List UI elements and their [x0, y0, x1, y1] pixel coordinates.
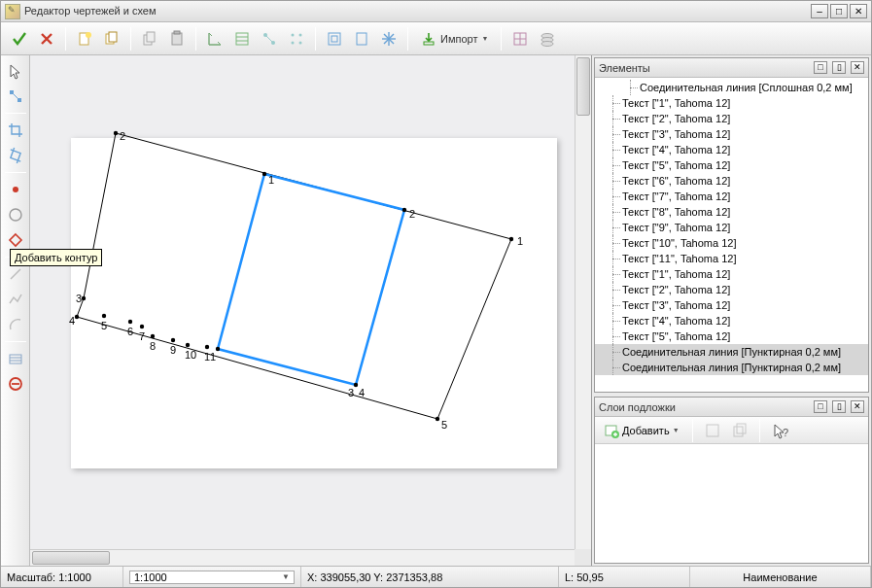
cancel-button[interactable] [34, 26, 59, 52]
tree-item[interactable]: Текст ["5", Tahoma 12] [595, 157, 868, 173]
tree-item-label: Соединительная линия [Пунктирная 0,2 мм] [622, 346, 841, 358]
main-toolbar: Импорт ▼ [1, 22, 871, 55]
svg-point-59 [151, 334, 155, 338]
svg-text:2: 2 [409, 208, 415, 220]
tree-item-label: Соединительная линия [Сплошная 0,2 мм] [640, 82, 853, 93]
layer-edit-button[interactable] [701, 419, 724, 442]
vertical-scrollbar[interactable] [575, 55, 591, 549]
tree-item-label: Текст ["3", Tahoma 12] [622, 128, 730, 140]
svg-rect-7 [174, 31, 180, 34]
tree-item[interactable]: Текст ["10", Tahoma 12] [595, 235, 868, 251]
properties-button[interactable] [229, 26, 255, 52]
tree-item[interactable]: Текст ["4", Tahoma 12] [595, 313, 868, 329]
layer-copy-button[interactable] [728, 419, 751, 442]
tree-item[interactable]: Текст ["2", Tahoma 12] [595, 111, 868, 126]
elements-tree[interactable]: Соединительная линия [Сплошная 0,2 мм]Те… [595, 78, 868, 392]
tree-item-label: Текст ["1", Tahoma 12] [622, 97, 730, 109]
tree-item-label: Текст ["6", Tahoma 12] [622, 175, 730, 187]
svg-rect-20 [357, 33, 366, 45]
snowflake-button[interactable] [376, 26, 401, 52]
window-title: Редактор чертежей и схем [24, 5, 809, 17]
svg-text:5: 5 [441, 419, 447, 431]
scale-select[interactable]: 1:1000 ▼ [129, 571, 295, 584]
panel-close-button[interactable]: ✕ [851, 61, 864, 74]
sb-length: L: 50,95 [559, 567, 690, 587]
arc-tool[interactable] [4, 313, 27, 336]
svg-text:4: 4 [359, 387, 365, 398]
dropdown-arrow-icon: ▼ [282, 572, 290, 581]
minimize-button[interactable]: – [811, 4, 828, 18]
svg-rect-77 [707, 425, 718, 436]
svg-rect-25 [424, 42, 434, 45]
nodes-connect-button[interactable] [257, 26, 282, 52]
new-doc-button[interactable] [72, 26, 97, 52]
drawing-svg: 215435678910111234 [30, 55, 575, 541]
tree-item[interactable]: Текст ["1", Tahoma 12] [595, 266, 868, 282]
node-edit-tool[interactable] [4, 85, 27, 108]
right-panels: Элементы □ ▯ ✕ Соединительная линия [Спл… [591, 55, 871, 566]
tree-item-label: Текст ["4", Tahoma 12] [622, 315, 730, 327]
sb-scale-label: Масштаб: 1:1000 [1, 567, 123, 587]
layer-help-button[interactable]: ? [768, 419, 791, 442]
canvas-area[interactable]: 215435678910111234 [30, 55, 591, 566]
app-icon [5, 4, 20, 19]
transform-button[interactable] [202, 26, 227, 52]
tree-item[interactable]: Соединительная линия [Пунктирная 0,2 мм] [595, 360, 868, 375]
svg-point-61 [171, 338, 175, 342]
layers-button[interactable] [535, 26, 560, 52]
import-label: Импорт [440, 33, 477, 45]
polyline-tool[interactable] [4, 288, 27, 311]
tree-item[interactable]: Текст ["11", Tahoma 12] [595, 251, 868, 266]
rotate-crop-tool[interactable] [4, 144, 27, 167]
svg-point-45 [436, 417, 439, 421]
svg-text:11: 11 [204, 351, 216, 363]
crop-tool[interactable] [4, 119, 27, 142]
tree-item[interactable]: Соединительная линия [Сплошная 0,2 мм] [595, 80, 868, 95]
circle-tool[interactable] [4, 203, 27, 226]
tree-item[interactable]: Текст ["6", Tahoma 12] [595, 173, 868, 189]
tree-item[interactable]: Текст ["3", Tahoma 12] [595, 297, 868, 313]
svg-point-44 [509, 237, 513, 241]
paste-button[interactable] [164, 26, 190, 52]
tree-item[interactable]: Соединительная линия [Пунктирная 0,2 мм] [595, 344, 868, 360]
tree-item[interactable]: Текст ["7", Tahoma 12] [595, 189, 868, 204]
artboard-button[interactable] [322, 26, 347, 52]
panel-pin-button[interactable]: ▯ [832, 400, 846, 413]
panel-pin-button[interactable]: ▯ [832, 61, 846, 74]
svg-line-13 [265, 35, 273, 43]
svg-point-67 [262, 172, 266, 176]
import-button[interactable]: Импорт ▼ [414, 26, 495, 52]
tree-item[interactable]: Текст ["2", Tahoma 12] [595, 282, 868, 297]
panel-maximize-button[interactable]: □ [814, 400, 827, 413]
svg-rect-6 [172, 33, 182, 45]
tree-item[interactable]: Текст ["8", Tahoma 12] [595, 204, 868, 220]
page-button[interactable] [349, 26, 374, 52]
tree-item[interactable]: Текст ["9", Tahoma 12] [595, 220, 868, 235]
svg-point-65 [205, 345, 209, 349]
table-tool[interactable] [4, 347, 27, 370]
tree-item[interactable]: Текст ["1", Tahoma 12] [595, 95, 868, 111]
copy-doc-button[interactable] [99, 26, 124, 52]
horizontal-scrollbar[interactable] [30, 549, 575, 566]
ok-button[interactable] [7, 26, 32, 52]
delete-tool[interactable] [4, 372, 27, 396]
panel-maximize-button[interactable]: □ [814, 61, 827, 74]
select-tool[interactable] [4, 59, 27, 83]
svg-point-14 [292, 33, 295, 36]
svg-text:5: 5 [101, 320, 107, 331]
point-tool[interactable] [4, 178, 27, 201]
close-button[interactable]: ✕ [850, 4, 867, 18]
maximize-button[interactable]: □ [830, 4, 848, 18]
nodes-grid-button[interactable] [284, 26, 309, 52]
tree-item[interactable]: Текст ["5", Tahoma 12] [595, 329, 868, 344]
tree-item[interactable]: Текст ["4", Tahoma 12] [595, 142, 868, 157]
tree-item-label: Текст ["11", Tahoma 12] [622, 253, 736, 264]
tooltip: Добавить контур [10, 249, 102, 266]
grid-settings-button[interactable] [507, 26, 533, 52]
tree-item[interactable]: Текст ["3", Tahoma 12] [595, 126, 868, 142]
panel-close-button[interactable]: ✕ [851, 400, 864, 413]
add-layer-button[interactable]: Добавить ▼ [599, 420, 684, 441]
copy-button[interactable] [137, 26, 162, 52]
svg-point-69 [354, 383, 358, 387]
svg-point-16 [292, 41, 295, 44]
